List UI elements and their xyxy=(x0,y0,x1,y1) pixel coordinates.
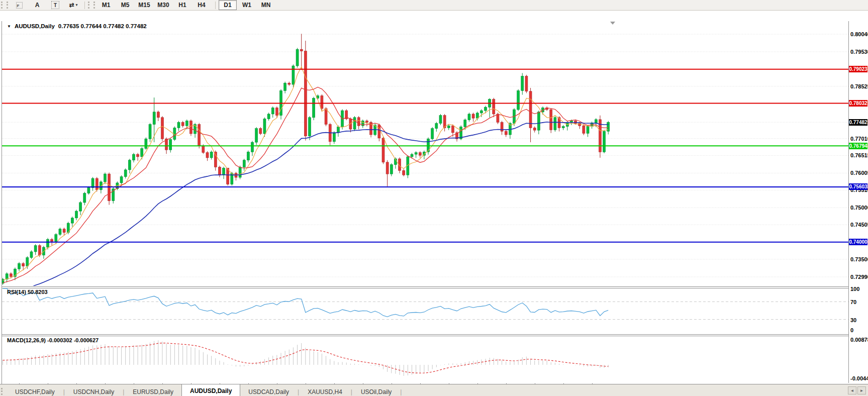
toolbar-separator xyxy=(84,2,85,9)
candle-body xyxy=(292,66,295,84)
rsi-axis-label: 70 xyxy=(850,299,856,305)
candle-body xyxy=(583,126,585,133)
candle-body xyxy=(382,138,384,162)
rsi-axis-label: 30 xyxy=(850,317,856,323)
candle-body xyxy=(263,119,266,134)
tab-separator: | xyxy=(400,388,402,395)
candle-body xyxy=(189,121,192,134)
candle-body xyxy=(79,203,82,211)
chart-shift-marker-icon[interactable] xyxy=(610,22,615,25)
candle-body xyxy=(30,252,33,258)
candle-body xyxy=(300,49,303,51)
candle-body xyxy=(198,124,201,145)
chart-tab-usoil[interactable]: USOil,Daily xyxy=(353,386,400,396)
timeframe-grip[interactable] xyxy=(88,2,95,9)
toolbar: FAT⇄▾ M1M5M15M30H1H4D1W1MN xyxy=(0,0,868,11)
arrows-tool-button[interactable]: ⇄▾ xyxy=(64,0,82,10)
candle-body xyxy=(288,83,291,84)
chart-tab-xauusd[interactable]: XAUUSD,H4 xyxy=(300,386,350,396)
chart-tab-eurusd[interactable]: EURUSD,Daily xyxy=(125,386,181,396)
candle-body xyxy=(390,165,393,174)
tab-separator: | xyxy=(298,388,299,395)
grid-f-tool-button[interactable]: F xyxy=(10,0,28,10)
candle-body xyxy=(587,127,589,134)
tab-scroll-right-icon[interactable]: ► xyxy=(857,386,866,394)
tab-scroll-left-icon[interactable]: ◄ xyxy=(848,386,856,394)
candle-body xyxy=(447,126,450,128)
candle-body xyxy=(357,118,360,126)
price-tag: 0.78032 xyxy=(849,100,867,107)
candle-body xyxy=(415,153,417,154)
candle-body xyxy=(537,112,540,130)
candle-body xyxy=(505,131,507,135)
candle-body xyxy=(533,128,536,130)
price-chart-plot[interactable] xyxy=(2,21,848,383)
toolbar-buttons: FAT⇄▾ xyxy=(10,0,82,10)
candle-body xyxy=(124,170,127,177)
ma-slow-line xyxy=(3,122,609,295)
tab-separator: | xyxy=(123,388,124,395)
candle-body xyxy=(177,122,180,128)
text-a-tool-button[interactable]: A xyxy=(28,0,46,10)
candle-body xyxy=(214,152,217,167)
candle-body xyxy=(137,154,139,157)
timeframe-button-mn[interactable]: MN xyxy=(257,0,275,10)
price-tag: 0.79023 xyxy=(849,66,867,72)
candle-body xyxy=(431,129,434,139)
candle-body xyxy=(267,114,270,119)
chart-window: ▼ AUDUSD,Daily 0.77635 0.77644 0.77482 0… xyxy=(0,11,868,384)
chart-tab-usdcad[interactable]: USDCAD,Daily xyxy=(240,386,297,396)
toolbar-grip[interactable] xyxy=(1,2,8,9)
candle-body xyxy=(378,125,380,138)
candle-body xyxy=(386,162,389,174)
timeframe-button-m1[interactable]: M1 xyxy=(97,0,115,10)
candle-body xyxy=(439,116,442,124)
timeframe-button-m5[interactable]: M5 xyxy=(116,0,134,10)
text-t-tool-button[interactable]: T xyxy=(46,0,64,10)
timeframe-button-h1[interactable]: H1 xyxy=(173,0,191,10)
candle-body xyxy=(313,98,315,117)
candle-body xyxy=(259,129,262,134)
candle-body xyxy=(145,139,147,148)
candle-body xyxy=(275,108,278,116)
candle-body xyxy=(218,167,221,175)
candle-body xyxy=(18,263,21,269)
mt4-application: { "icons": { "title_caret": "▼", "toolba… xyxy=(0,0,868,396)
chart-tab-usdcnh[interactable]: USDCNH,Daily xyxy=(65,386,122,396)
rsi-axis-label: 100 xyxy=(850,286,859,292)
timeframe-button-m30[interactable]: M30 xyxy=(154,0,172,10)
macd-indicator-label: MACD(12,26,9) -0.000302 -0.000627 xyxy=(7,337,99,343)
timeframe-button-m15[interactable]: M15 xyxy=(135,0,153,10)
candle-body xyxy=(243,160,245,167)
price-axis-label: 0.78525 xyxy=(850,83,868,89)
candle-body xyxy=(141,148,143,156)
candle-body xyxy=(157,112,159,118)
candle-body xyxy=(91,178,94,187)
timeframe-button-h4[interactable]: H4 xyxy=(192,0,210,10)
timeframe-separator xyxy=(215,2,216,9)
candle-body xyxy=(132,154,135,160)
candle-body xyxy=(497,114,499,122)
chart-tab-usdchf[interactable]: USDCHF,Daily xyxy=(7,386,63,396)
candle-body xyxy=(480,111,483,113)
candle-body xyxy=(554,118,556,130)
candle-body xyxy=(521,76,524,91)
price-axis-separator[interactable] xyxy=(848,21,849,383)
timeframe-button-d1[interactable]: D1 xyxy=(219,0,237,10)
timeframe-button-w1[interactable]: W1 xyxy=(238,0,256,10)
tab-scroll-buttons: ◄ ► xyxy=(848,386,868,396)
grid-f-icon: F xyxy=(16,2,23,9)
chart-tab-audusd[interactable]: AUDUSD,Daily xyxy=(181,384,240,396)
candle-body xyxy=(206,153,209,158)
candle-body xyxy=(26,258,29,266)
candle-body xyxy=(239,167,241,177)
chart-title-symbol: AUDUSD,Daily xyxy=(15,23,55,29)
candle-body xyxy=(63,229,65,233)
chart-dropdown-icon[interactable]: ▼ xyxy=(7,24,11,29)
candle-body xyxy=(333,133,335,142)
candle-body xyxy=(185,121,188,126)
candle-body xyxy=(472,114,474,118)
candle-body xyxy=(309,118,311,136)
candle-body xyxy=(550,110,552,130)
price-gridlines xyxy=(2,34,848,277)
